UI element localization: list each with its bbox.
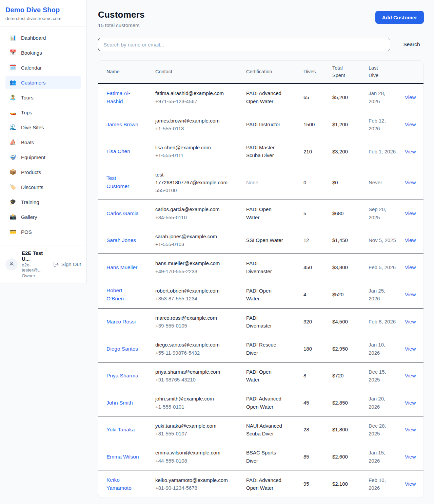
sidebar-item-label: Products xyxy=(21,169,41,175)
view-customer-link[interactable]: View xyxy=(405,292,416,297)
cell-dives: 85 xyxy=(295,443,324,470)
sidebar-item-calendar[interactable]: 🗓️Calendar xyxy=(5,61,81,74)
sidebar-item-tours[interactable]: 🏝️Tours xyxy=(5,91,81,104)
table-row: Test Customertest-1772681807767@example.… xyxy=(98,165,424,200)
cell-dives: 0 xyxy=(295,165,324,200)
customer-name-link[interactable]: Hans Mueller xyxy=(106,263,137,272)
cell-certification: PADI Open Water xyxy=(238,281,295,308)
sidebar-item-customers[interactable]: 👥Customers xyxy=(5,76,81,89)
view-customer-link[interactable]: View xyxy=(405,180,416,185)
last-dive-value: Feb 1, 2026 xyxy=(369,148,397,155)
search-bar: Search xyxy=(98,38,424,51)
table-row: Yuki Tanakayuki.tanaka@example.com+81-55… xyxy=(98,416,424,443)
cell-dives: 65 xyxy=(295,83,324,111)
certification-value: BSAC Sports Diver xyxy=(246,449,284,465)
user-email: e2e-tester@... xyxy=(22,262,49,273)
view-customer-link[interactable]: View xyxy=(405,427,416,432)
view-customer-link[interactable]: View xyxy=(405,237,416,243)
cell-certification: NAUI Advanced Scuba Diver xyxy=(238,416,295,443)
view-customer-link[interactable]: View xyxy=(405,373,416,378)
view-customer-link[interactable]: View xyxy=(405,149,416,154)
cell-name: Fatima Al-Rashid xyxy=(98,83,147,111)
sidebar-item-gallery[interactable]: 📸Gallery xyxy=(5,210,81,224)
cell-dives: 95 xyxy=(295,470,324,498)
customer-name-link[interactable]: Keiko Yamamoto xyxy=(106,476,139,492)
last-dive-value: Jan 20, 2026 xyxy=(369,395,397,411)
customer-name-link[interactable]: Yuki Tanaka xyxy=(106,426,135,434)
cell-dives: 8 xyxy=(295,362,324,389)
column-header-certification: Certification xyxy=(238,61,295,83)
cell-last-dive: Jan 28, 2026 xyxy=(360,83,397,111)
cell-actions: View xyxy=(397,389,424,416)
view-customer-link[interactable]: View xyxy=(405,319,416,324)
view-customer-link[interactable]: View xyxy=(405,481,416,487)
calendar-icon: 🗓️ xyxy=(9,65,16,70)
sidebar-item-dashboard[interactable]: 📊Dashboard xyxy=(5,31,81,44)
cell-total-spent: $1,200 xyxy=(324,111,360,138)
search-input[interactable] xyxy=(98,38,390,51)
sidebar-item-pos[interactable]: 💳POS xyxy=(5,225,81,239)
cell-contact: marco.rossi@example.com+39-555-0105 xyxy=(147,308,238,335)
cell-dives: 5 xyxy=(295,200,324,227)
customer-name-link[interactable]: Sarah Jones xyxy=(106,236,136,244)
sidebar-item-label: Trips xyxy=(21,110,32,115)
cell-contact: lisa.chen@example.com+1-555-0111 xyxy=(147,138,238,165)
column-header-name: Name xyxy=(98,61,147,83)
user-info: E2E Test U... e2e-tester@... Owner xyxy=(22,250,49,278)
customer-name-link[interactable]: Fatima Al-Rashid xyxy=(106,89,139,106)
sidebar-item-bookings[interactable]: 📅Bookings xyxy=(5,46,81,59)
view-customer-link[interactable]: View xyxy=(405,122,416,127)
dashboard-icon: 📊 xyxy=(9,35,16,40)
customer-name-link[interactable]: Carlos Garcia xyxy=(106,209,139,218)
customer-email: keiko.yamamoto@example.com xyxy=(155,476,228,484)
customer-name-link[interactable]: Robert O'Brien xyxy=(106,286,139,303)
add-customer-button[interactable]: Add Customer xyxy=(375,11,424,24)
contact-info: carlos.garcia@example.com+34-555-0110 xyxy=(155,205,228,221)
sidebar-item-trips[interactable]: 🚤Trips xyxy=(5,106,81,119)
view-customer-link[interactable]: View xyxy=(405,210,416,216)
customer-name-link[interactable]: Marco Rossi xyxy=(106,318,136,326)
view-customer-link[interactable]: View xyxy=(405,94,416,100)
cell-contact: yuki.tanaka@example.com+81-555-0107 xyxy=(147,416,238,443)
sign-out-button[interactable]: Sign Out xyxy=(53,261,81,267)
customer-name-link[interactable]: Diego Santos xyxy=(106,345,138,353)
cell-actions: View xyxy=(397,416,424,443)
avatar xyxy=(5,258,18,270)
sidebar-item-products[interactable]: 📦Products xyxy=(5,165,81,179)
cell-total-spent: $0 xyxy=(324,165,360,200)
view-customer-link[interactable]: View xyxy=(405,264,416,270)
customer-name-link[interactable]: James Brown xyxy=(106,120,138,129)
customer-name-link[interactable]: Priya Sharma xyxy=(106,372,138,380)
sidebar-item-discounts[interactable]: 🏷️Discounts xyxy=(5,180,81,194)
sidebar-nav: 📊Dashboard📅Bookings🗓️Calendar👥Customers🏝… xyxy=(0,26,86,245)
cell-contact: john.smith@example.com+1-555-0101 xyxy=(147,389,238,416)
view-customer-link[interactable]: View xyxy=(405,346,416,352)
pos-icon: 💳 xyxy=(9,229,16,235)
sidebar-item-dive-sites[interactable]: 🌊Dive Sites xyxy=(5,120,81,134)
view-customer-link[interactable]: View xyxy=(405,400,416,406)
table-row: Carlos Garciacarlos.garcia@example.com+3… xyxy=(98,200,424,227)
cell-certification: None xyxy=(238,165,295,200)
customer-name-link[interactable]: Lisa Chen xyxy=(106,147,130,155)
cell-actions: View xyxy=(397,138,424,165)
customers-icon: 👥 xyxy=(9,80,16,85)
customer-name-link[interactable]: Test Customer xyxy=(106,174,139,190)
cell-total-spent: $1,800 xyxy=(324,416,360,443)
search-button[interactable]: Search xyxy=(399,41,424,48)
contact-info: james.brown@example.com+1-555-0113 xyxy=(155,117,228,133)
sidebar-item-label: Equipment xyxy=(21,154,45,160)
sidebar-item-training[interactable]: 🎓Training xyxy=(5,195,81,209)
last-dive-value: Jan 25, 2026 xyxy=(369,287,397,303)
sidebar-user-panel: E2E Test U... e2e-tester@... Owner Sign … xyxy=(0,245,86,283)
dive-sites-icon: 🌊 xyxy=(9,125,16,130)
customer-name-link[interactable]: John Smith xyxy=(106,399,133,407)
discounts-icon: 🏷️ xyxy=(9,184,16,190)
sidebar-item-boats[interactable]: ⛵Boats xyxy=(5,135,81,149)
customer-email: james.brown@example.com xyxy=(155,117,228,125)
cell-certification: PADI Open Water xyxy=(238,362,295,389)
customer-phone: +49-170-555-2233 xyxy=(155,267,228,275)
sidebar-item-equipment[interactable]: 🤿Equipment xyxy=(5,150,81,164)
certification-value: PADI Advanced Open Water xyxy=(246,476,284,492)
view-customer-link[interactable]: View xyxy=(405,454,416,460)
customer-name-link[interactable]: Emma Wilson xyxy=(106,453,139,461)
